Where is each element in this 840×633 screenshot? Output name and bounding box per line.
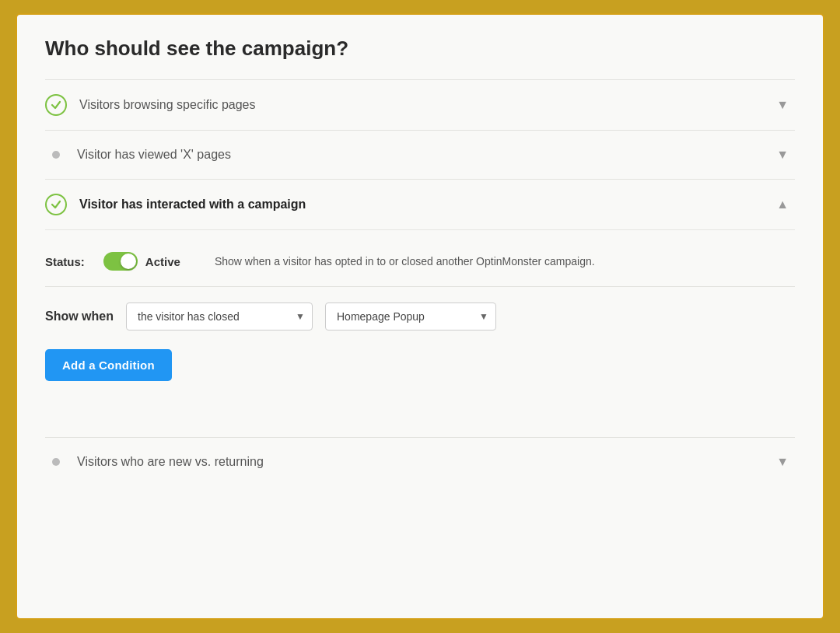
main-card: Who should see the campaign? Visitors br… — [16, 13, 824, 620]
section-divider — [45, 286, 795, 287]
expanded-body: Status: Active Show when a visitor has o… — [45, 229, 795, 400]
dot-icon-2 — [52, 151, 60, 159]
status-label: Status: — [45, 255, 85, 268]
rule-row-1: Visitors browsing specific pages ▼ — [45, 79, 795, 130]
toggle-wrap: Active — [103, 252, 180, 271]
condition-dropdown[interactable]: the visitor has closed the visitor has o… — [126, 303, 313, 330]
chevron-down-4[interactable]: ▼ — [770, 452, 795, 472]
rule-row-4: Visitors who are new vs. returning ▼ — [45, 437, 795, 472]
page-title: Who should see the campaign? — [45, 37, 795, 61]
add-condition-button[interactable]: Add a Condition — [45, 349, 172, 381]
chevron-up-3[interactable]: ▲ — [770, 194, 795, 215]
rule-row-2: Visitor has viewed 'X' pages ▼ — [45, 130, 795, 179]
campaign-dropdown[interactable]: Homepage Popup Exit Intent Popup Sidebar… — [325, 303, 496, 330]
rule-label-4: Visitors who are new vs. returning — [77, 455, 770, 469]
check-icon-3 — [45, 194, 67, 215]
status-row: Status: Active Show when a visitor has o… — [45, 243, 795, 283]
rule-row-3: Visitor has interacted with a campaign ▲ — [45, 179, 795, 229]
campaign-select-wrap: Homepage Popup Exit Intent Popup Sidebar… — [325, 303, 496, 330]
show-when-row: Show when the visitor has closed the vis… — [45, 303, 795, 330]
show-when-label: Show when — [45, 310, 114, 323]
check-icon-1 — [45, 94, 67, 116]
status-toggle[interactable] — [103, 252, 138, 271]
rule-label-1: Visitors browsing specific pages — [79, 98, 770, 112]
chevron-down-2[interactable]: ▼ — [770, 145, 795, 165]
rule-label-3: Visitor has interacted with a campaign — [79, 198, 770, 212]
active-label: Active — [145, 255, 180, 268]
rule-label-2: Visitor has viewed 'X' pages — [77, 148, 770, 162]
status-description: Show when a visitor has opted in to or c… — [215, 255, 595, 268]
dot-icon-4 — [52, 458, 60, 466]
condition-select-wrap: the visitor has closed the visitor has o… — [126, 303, 313, 330]
chevron-down-1[interactable]: ▼ — [770, 95, 795, 115]
